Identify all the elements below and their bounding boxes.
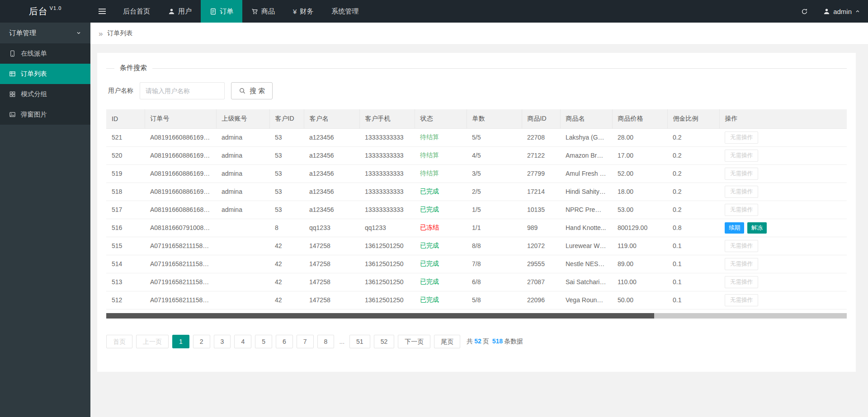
cell-customer-phone: 13612501250 <box>359 237 415 255</box>
col-id: ID <box>106 109 145 128</box>
username-input[interactable] <box>140 82 225 99</box>
page-button-5[interactable]: 5 <box>255 335 272 348</box>
nav-item-label: 订单 <box>220 7 233 16</box>
status-text: 待结算 <box>420 169 439 177</box>
cell-parent-account: admina <box>216 164 269 183</box>
cell-status: 已完成 <box>415 255 467 273</box>
page-button-6[interactable]: 6 <box>276 335 293 348</box>
sidebar-group-order-management[interactable]: 订单管理 <box>0 23 90 43</box>
nav-item-finance[interactable]: ¥ 财务 <box>284 0 322 23</box>
cell-count: 6/8 <box>467 273 522 291</box>
nav-item-users[interactable]: 用户 <box>159 0 201 23</box>
cell-status: 待结算 <box>415 146 467 164</box>
last-page-button[interactable]: 尾页 <box>434 335 460 348</box>
header-right: admin <box>793 0 868 23</box>
cell-count: 2/5 <box>467 183 522 201</box>
cell-product-id: 12072 <box>522 237 560 255</box>
no-action-button: 无需操作 <box>725 150 758 162</box>
table-row: 515A071916582111584674214725813612501250… <box>106 237 847 255</box>
table-row: 512A071916582111583314214725813612501250… <box>106 291 847 309</box>
page-button-8[interactable]: 8 <box>317 335 335 348</box>
cell-commission: 0.2 <box>667 128 719 146</box>
prev-page-button: 上一页 <box>136 335 169 348</box>
cell-commission: 0.2 <box>667 164 719 183</box>
page-button-7[interactable]: 7 <box>297 335 314 348</box>
sidebar-item-label: 订单列表 <box>21 70 47 78</box>
cell-order-no: A08191660886168152 <box>145 201 216 219</box>
refresh-button[interactable] <box>793 0 816 23</box>
image-icon <box>9 111 16 118</box>
cell-product-name: Hand Knotte... <box>560 219 612 237</box>
no-action-button: 无需操作 <box>725 204 758 216</box>
cell-id: 515 <box>106 237 145 255</box>
page-button-3[interactable]: 3 <box>214 335 231 348</box>
cell-price: 119.00 <box>612 237 667 255</box>
grid-icon <box>9 91 16 98</box>
cell-product-id: 27799 <box>522 164 560 183</box>
page-button-1[interactable]: 1 <box>172 335 189 348</box>
scrollbar-thumb[interactable] <box>106 313 654 319</box>
app-name: 后台 <box>29 5 48 18</box>
cell-order-no: A07191658211158331 <box>145 291 216 309</box>
sidebar-item-mode-group[interactable]: 模式分组 <box>0 84 90 104</box>
col-status: 状态 <box>415 109 467 128</box>
cell-parent-account: admina <box>216 201 269 219</box>
col-product-id: 商品ID <box>522 109 560 128</box>
nav-item-system[interactable]: 系统管理 <box>322 0 368 23</box>
chevron-down-icon <box>76 30 81 36</box>
nav-item-home[interactable]: 后台首页 <box>114 0 159 23</box>
cell-id: 512 <box>106 291 145 309</box>
cell-customer-id: 53 <box>269 164 304 183</box>
sidebar-item-order-list[interactable]: 订单列表 <box>0 64 90 84</box>
col-product-name: 商品名 <box>560 109 612 128</box>
next-page-button[interactable]: 下一页 <box>398 335 430 348</box>
cell-status: 已完成 <box>415 183 467 201</box>
cell-commission: 0.8 <box>667 219 719 237</box>
cart-icon <box>251 8 258 15</box>
page-button-52[interactable]: 52 <box>374 335 395 348</box>
page-button-51[interactable]: 51 <box>349 335 370 348</box>
page-button-4[interactable]: 4 <box>234 335 251 348</box>
cell-product-name: Vega Round ... <box>560 291 612 309</box>
search-form: 用户名称 搜 索 <box>106 82 847 99</box>
page-button-2[interactable]: 2 <box>193 335 210 348</box>
cell-commission: 0.2 <box>667 146 719 164</box>
unfreeze-button[interactable]: 解冻 <box>747 222 767 234</box>
cell-product-id: 17214 <box>522 183 560 201</box>
table-row: 517A08191660886168152admina53a1234561333… <box>106 201 847 219</box>
yen-icon: ¥ <box>293 8 297 15</box>
sidebar-item-online-dispatch[interactable]: 在线派单 <box>0 43 90 64</box>
cell-count: 5/8 <box>467 291 522 309</box>
cell-commission: 0.1 <box>667 237 719 255</box>
nav-item-orders[interactable]: 订单 <box>201 0 242 23</box>
no-action-button: 无需操作 <box>725 186 758 198</box>
admin-user-menu[interactable]: admin <box>816 0 868 23</box>
table-row: 513A071916582111588394214725813612501250… <box>106 273 847 291</box>
cell-customer-id: 53 <box>269 201 304 219</box>
renew-button[interactable]: 续期 <box>725 222 744 234</box>
sidebar-toggle-button[interactable] <box>90 0 114 23</box>
pagination-summary: 共52页 518条数据 <box>467 337 523 346</box>
cell-customer-id: 8 <box>269 219 304 237</box>
cell-status: 待结算 <box>415 128 467 146</box>
app-logo: 后台 V1.0 <box>0 0 90 23</box>
search-icon <box>239 87 246 94</box>
cell-customer-id: 42 <box>269 237 304 255</box>
status-text: 待结算 <box>420 151 439 159</box>
status-text: 已完成 <box>420 187 439 195</box>
sidebar-item-popup-image[interactable]: 弹窗图片 <box>0 104 90 125</box>
nav-item-products[interactable]: 商品 <box>242 0 284 23</box>
cell-count: 7/8 <box>467 255 522 273</box>
search-button[interactable]: 搜 索 <box>231 82 273 99</box>
pagination: 首页 上一页 12345678...5152 下一页 尾页 共52页 518条数… <box>106 335 847 348</box>
cell-order-no: A08191660886169298 <box>145 164 216 183</box>
orders-table: ID 订单号 上级账号 客户ID 客户名 客户手机 状态 单数 商品ID 商品名… <box>106 109 847 309</box>
search-button-label: 搜 索 <box>250 87 265 95</box>
status-text: 已冻结 <box>420 224 439 231</box>
cell-id: 517 <box>106 201 145 219</box>
summary-pages-word: 页 <box>483 337 489 345</box>
cell-product-id: 27087 <box>522 273 560 291</box>
horizontal-scrollbar[interactable] <box>106 313 847 319</box>
cell-parent-account <box>216 219 269 237</box>
cell-id: 514 <box>106 255 145 273</box>
